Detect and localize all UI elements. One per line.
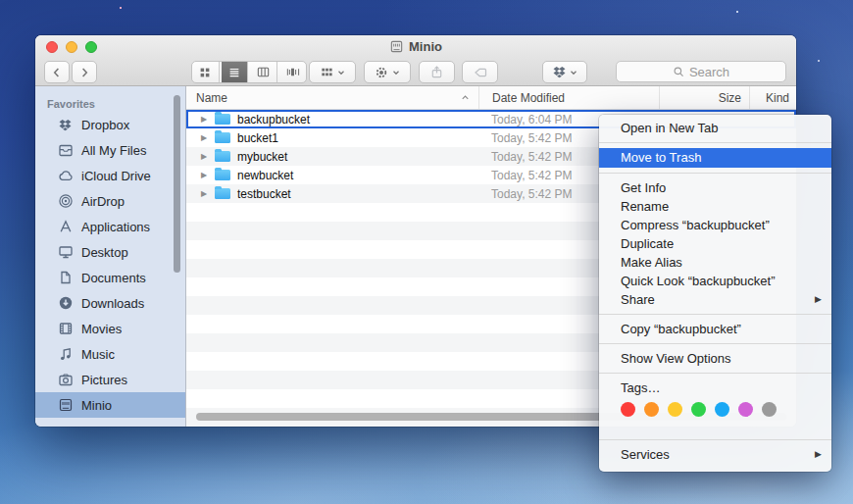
sidebar-item-label: Music [81, 347, 115, 362]
menu-item-quick-look[interactable]: Quick Look “backupbucket” [599, 272, 831, 290]
chevron-down-icon [391, 68, 401, 77]
column-header-size[interactable]: Size [659, 86, 749, 109]
tag-red[interactable] [621, 402, 635, 417]
icloud-icon [57, 168, 74, 183]
documents-icon [57, 270, 74, 285]
search-input[interactable]: Search [616, 61, 786, 82]
coverflow-view-button[interactable] [279, 62, 306, 82]
sidebar-item-minio[interactable]: Minio [35, 392, 185, 418]
file-name: mybucket [237, 150, 287, 164]
sidebar-item-label: Movies [81, 322, 122, 336]
arrange-icon [320, 65, 334, 79]
sidebar-item-label: Pictures [81, 373, 127, 387]
sidebar-item-all-my-files[interactable]: All My Files [35, 137, 185, 163]
back-button[interactable] [44, 61, 70, 83]
tag-button[interactable] [462, 61, 498, 83]
search-icon [673, 66, 685, 78]
folder-icon [215, 151, 230, 162]
tag-gray[interactable] [762, 402, 777, 417]
sidebar-item-dropbox[interactable]: Dropbox [35, 112, 185, 137]
sort-ascending-icon [460, 92, 471, 103]
file-name: backupbucket [237, 113, 310, 126]
sidebar-item-movies[interactable]: Movies [35, 316, 185, 341]
column-header-date-modified[interactable]: Date Modified [478, 86, 659, 109]
airdrop-icon [57, 193, 74, 209]
context-menu: Open in New Tab Move to Trash Get Info R… [599, 115, 831, 472]
zoom-button[interactable] [85, 41, 97, 53]
file-name: newbucket [237, 169, 293, 182]
forward-button[interactable] [72, 61, 97, 83]
dropbox-icon [552, 65, 567, 79]
disclosure-triangle-icon[interactable]: ▶ [201, 171, 215, 179]
sidebar-scrollbar[interactable] [174, 95, 180, 273]
menu-item-share[interactable]: Share▶ [599, 290, 831, 309]
menu-item-compress[interactable]: Compress “backupbucket” [599, 216, 831, 234]
tag-orange[interactable] [644, 402, 659, 417]
tag-green[interactable] [691, 402, 706, 417]
column-header-name[interactable]: Name [186, 86, 478, 109]
dropbox-toolbar-button[interactable] [542, 61, 587, 83]
minimize-button[interactable] [66, 41, 77, 53]
sidebar-item-icloud-drive[interactable]: iCloud Drive [35, 163, 185, 188]
disclosure-triangle-icon[interactable]: ▶ [201, 133, 215, 142]
tag-purple[interactable] [738, 402, 753, 417]
disclosure-triangle-icon[interactable]: ▶ [201, 152, 215, 161]
submenu-arrow-icon: ▶ [815, 445, 822, 464]
applications-icon [57, 219, 74, 234]
menu-item-get-info[interactable]: Get Info [599, 178, 831, 197]
icon-view-button[interactable] [192, 62, 220, 82]
menu-item-move-to-trash[interactable]: Move to Trash [599, 148, 831, 168]
file-name: bucket1 [237, 131, 278, 145]
menu-item-services[interactable]: Services▶ [599, 445, 831, 464]
disclosure-triangle-icon[interactable]: ▶ [201, 115, 215, 124]
menu-item-show-view-options[interactable]: Show View Options [599, 349, 831, 368]
sidebar-item-downloads[interactable]: Downloads [35, 290, 185, 316]
folder-icon [215, 132, 230, 143]
list-column-headers: Name Date Modified Size Kind [186, 86, 796, 110]
sidebar-item-label: Downloads [81, 296, 144, 311]
window-title: Minio [409, 39, 442, 54]
share-icon [429, 65, 444, 79]
column-header-kind[interactable]: Kind [749, 86, 796, 109]
sidebar-item-applications[interactable]: Applications [35, 214, 185, 239]
toolbar: Search [35, 61, 796, 84]
sidebar-item-label: Minio [81, 398, 112, 413]
menu-item-duplicate[interactable]: Duplicate [599, 234, 831, 253]
menu-item-open-in-new-tab[interactable]: Open in New Tab [599, 119, 831, 137]
arrange-button[interactable] [309, 61, 356, 83]
grid-view-icon [198, 66, 212, 79]
menu-item-make-alias[interactable]: Make Alias [599, 253, 831, 272]
chevron-down-icon [336, 68, 346, 77]
chevron-down-icon [569, 68, 578, 77]
sidebar-item-desktop[interactable]: Desktop [35, 239, 185, 265]
coverflow-view-icon [285, 65, 300, 79]
movies-icon [57, 321, 74, 336]
tag-yellow[interactable] [668, 402, 682, 417]
gear-icon [374, 65, 389, 80]
sidebar-item-music[interactable]: Music [35, 341, 185, 367]
menu-separator [599, 439, 831, 440]
traffic-lights [46, 41, 97, 53]
sidebar-item-label: Applications [81, 220, 150, 234]
sidebar-item-label: Documents [81, 271, 146, 285]
menu-item-rename[interactable]: Rename [599, 197, 831, 216]
sidebar-section-label: Favorites [47, 98, 185, 110]
tag-blue[interactable] [715, 402, 729, 417]
menu-item-copy[interactable]: Copy “backupbucket” [599, 320, 831, 338]
sidebar-item-airdrop[interactable]: AirDrop [35, 188, 185, 214]
share-button[interactable] [419, 61, 455, 83]
sidebar-item-documents[interactable]: Documents [35, 265, 185, 290]
column-view-button[interactable] [250, 62, 277, 82]
list-view-button[interactable] [222, 62, 249, 82]
sidebar-item-label: Desktop [81, 245, 128, 260]
menu-separator [599, 142, 831, 143]
disclosure-triangle-icon[interactable]: ▶ [201, 189, 215, 198]
menu-item-tags[interactable]: Tags… [599, 378, 831, 397]
menu-separator [599, 314, 831, 315]
action-button[interactable] [364, 61, 411, 83]
downloads-icon [57, 295, 74, 311]
menu-separator [599, 343, 831, 344]
sidebar-item-pictures[interactable]: Pictures [35, 367, 185, 392]
file-name: testbucket [237, 187, 291, 201]
close-button[interactable] [46, 41, 58, 53]
